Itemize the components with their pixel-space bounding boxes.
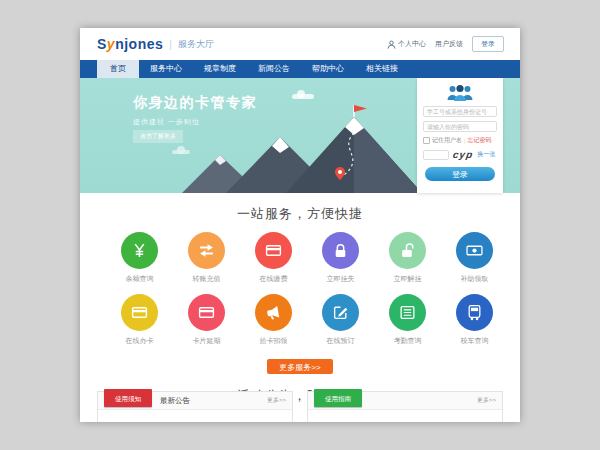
service-circle[interactable] [456,232,493,269]
person-icon [387,40,396,49]
service-label: 转账充值 [173,274,240,284]
personal-center-label: 个人中心 [398,39,426,49]
personal-center-link[interactable]: 个人中心 [387,39,426,49]
service-label: 拾卡招领 [240,336,307,346]
service-circle[interactable] [188,294,225,331]
lock-icon [332,242,349,259]
more-link[interactable]: 更多>> [267,392,286,409]
users-icon [445,83,475,102]
list-icon [399,304,416,321]
nav-item-links[interactable]: 相关链接 [355,60,409,78]
nav-item-help[interactable]: 帮助中心 [301,60,355,78]
service-item-payment[interactable]: 在线缴费 [240,232,307,284]
nav-item-home[interactable]: 首页 [97,60,139,78]
service-circle[interactable] [389,294,426,331]
password-input[interactable] [423,121,497,132]
more-services-button[interactable]: 更多服务>> [267,359,333,374]
edit-icon [332,304,349,321]
site-subtitle: 服务大厅 [178,38,214,51]
service-item-unreport-loss[interactable]: 立即解挂 [374,232,441,284]
service-item-school-bus[interactable]: 校车查询 [441,294,508,346]
login-panel: 记住用户名 | 忘记密码 cyp 换一张 登录 [417,78,503,193]
card-icon [131,304,148,321]
latest-announcements-tab[interactable]: 最新公告 [160,396,190,406]
service-item-subsidy[interactable]: 补助领取 [441,232,508,284]
service-item-balance[interactable]: 余额查询 [106,232,173,284]
service-item-lost-found[interactable]: 拾卡招领 [240,294,307,346]
usage-guide-ribbon[interactable]: 使用指南 [314,389,362,407]
service-label: 在线预订 [307,336,374,346]
username-input[interactable] [423,106,497,117]
separator: | [464,138,466,144]
nav-item-news[interactable]: 新闻公告 [247,60,301,78]
service-label: 立即解挂 [374,274,441,284]
captcha-input[interactable] [423,150,449,160]
guide-panel: 使用指南 更多>> [307,391,503,422]
login-submit-button[interactable]: 登录 [425,167,495,181]
yen-icon [131,242,148,259]
header: Synjones | 服务大厅 个人中心 用户反馈 登录 [80,28,520,60]
card-icon [265,242,282,259]
service-circle[interactable] [121,232,158,269]
mountain-illustration [168,101,430,193]
service-label: 在线办卡 [106,336,173,346]
unlock-icon [399,242,416,259]
service-item-reservation[interactable]: 在线预订 [307,294,374,346]
notice-panel: 使用须知 最新公告 更多>> [97,391,293,422]
service-circle[interactable] [255,232,292,269]
nav-item-rules[interactable]: 规章制度 [193,60,247,78]
service-circle[interactable] [255,294,292,331]
announcement-panels: 使用须知 最新公告 更多>> 使用指南 更多>> [97,391,503,422]
logo-divider: | [169,39,172,50]
service-label: 考勤查询 [374,336,441,346]
brand-logo: Synjones [97,36,163,52]
service-item-transfer[interactable]: 转账充值 [173,232,240,284]
megaphone-icon [265,304,282,321]
page-card: Synjones | 服务大厅 个人中心 用户反馈 登录 首页 服务中心 规章制… [80,28,520,422]
transfer-icon [198,242,215,259]
user-feedback-link[interactable]: 用户反馈 [435,39,463,49]
service-circle[interactable] [456,294,493,331]
service-item-card-extension[interactable]: 卡片延期 [173,294,240,346]
header-links: 个人中心 用户反馈 登录 [387,28,504,60]
remember-label: 记住用户名 [432,136,462,145]
services-grid: 余额查询 转账充值 在线缴费 [106,232,510,346]
main-nav: 首页 服务中心 规章制度 新闻公告 帮助中心 相关链接 [80,60,520,78]
service-item-report-loss[interactable]: 立即挂失 [307,232,374,284]
banknote-icon [466,242,483,259]
service-circle[interactable] [322,294,359,331]
service-label: 在线缴费 [240,274,307,284]
header-login-button[interactable]: 登录 [472,36,504,52]
service-circle[interactable] [121,294,158,331]
service-circle[interactable] [389,232,426,269]
guide-panel-header: 使用指南 更多>> [308,392,502,410]
service-circle[interactable] [322,232,359,269]
nav-item-service-center[interactable]: 服务中心 [139,60,193,78]
bus-icon [466,304,483,321]
change-captcha-link[interactable]: 换一张 [477,150,495,159]
notice-panel-header: 使用须知 最新公告 更多>> [98,392,292,410]
logo[interactable]: Synjones | 服务大厅 [97,28,214,60]
service-item-apply-card[interactable]: 在线办卡 [106,294,173,346]
remember-checkbox[interactable] [423,137,430,144]
service-label: 卡片延期 [173,336,240,346]
forgot-password-link[interactable]: 忘记密码 [468,136,492,145]
service-label: 校车查询 [441,336,508,346]
service-label: 立即挂失 [307,274,374,284]
service-item-attendance[interactable]: 考勤查询 [374,294,441,346]
usage-notice-ribbon[interactable]: 使用须知 [104,389,152,407]
service-label: 补助领取 [441,274,508,284]
service-label: 余额查询 [106,274,173,284]
captcha-image: cyp [452,149,474,160]
cloud-icon [292,94,314,99]
card-icon [198,304,215,321]
user-feedback-label: 用户反馈 [435,39,463,49]
service-circle[interactable] [188,232,225,269]
services-title: 一站服务，方便快捷 [80,205,520,223]
more-link[interactable]: 更多>> [477,392,496,409]
